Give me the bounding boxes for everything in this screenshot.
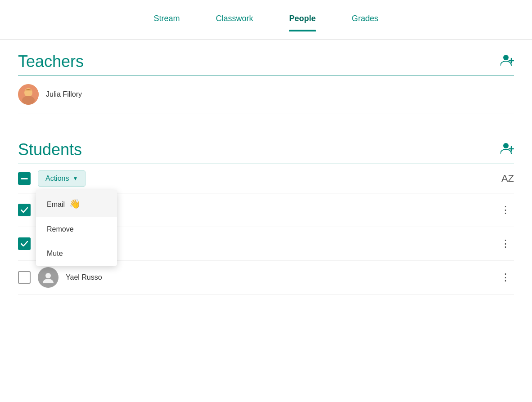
actions-dropdown: Email 👋 Remove Mute xyxy=(36,190,117,266)
add-student-icon xyxy=(500,143,514,157)
teachers-section-header: Teachers xyxy=(18,40,514,76)
nav-grades[interactable]: Grades xyxy=(352,14,379,25)
dropdown-mute[interactable]: Mute xyxy=(36,241,117,266)
student-checkbox-cliff[interactable] xyxy=(18,237,31,250)
student-menu-callam[interactable]: ⋮ xyxy=(497,203,514,217)
student-checkbox-yael[interactable] xyxy=(18,271,31,284)
nav-stream[interactable]: Stream xyxy=(153,14,180,25)
avatar xyxy=(38,267,59,288)
svg-point-13 xyxy=(45,273,51,278)
actions-row: Actions ▼ AZ Email 👋 Remove Mute xyxy=(18,164,514,193)
teacher-row: Julia Fillory xyxy=(18,76,514,113)
avatar xyxy=(18,84,39,105)
student-name-yael: Yael Russo xyxy=(66,273,490,281)
students-section-header: Students xyxy=(18,128,514,164)
hand-cursor-icon: 👋 xyxy=(69,198,81,209)
sort-az-button[interactable]: AZ xyxy=(501,173,514,184)
svg-point-7 xyxy=(503,143,509,148)
actions-button[interactable]: Actions ▼ xyxy=(38,170,86,187)
main-content: Teachers Julia xyxy=(0,40,532,295)
sort-label: AZ xyxy=(501,173,514,184)
dropdown-remove[interactable]: Remove xyxy=(36,217,117,241)
dropdown-email[interactable]: Email 👋 xyxy=(36,190,117,217)
teachers-title: Teachers xyxy=(18,52,84,71)
students-section: Students Actions ▼ xyxy=(18,128,514,295)
svg-point-5 xyxy=(22,96,35,105)
nav-people[interactable]: People xyxy=(289,14,316,25)
nav-classwork[interactable]: Classwork xyxy=(216,14,253,25)
add-student-button[interactable] xyxy=(500,142,514,158)
actions-label: Actions xyxy=(45,174,69,183)
select-all-checkbox[interactable] xyxy=(18,172,31,185)
svg-rect-10 xyxy=(21,178,28,179)
chevron-down-icon: ▼ xyxy=(72,175,78,182)
student-name-cliff: cliff xyxy=(66,240,490,248)
student-checkbox-callam[interactable] xyxy=(18,204,31,216)
svg-point-0 xyxy=(503,55,509,60)
top-navigation: Stream Classwork People Grades xyxy=(0,0,532,40)
student-menu-cliff[interactable]: ⋮ xyxy=(497,237,514,250)
student-row: Yael Russo ⋮ xyxy=(18,261,514,295)
student-menu-yael[interactable]: ⋮ xyxy=(497,271,514,284)
add-teacher-button[interactable] xyxy=(500,54,514,70)
students-title: Students xyxy=(18,140,82,159)
student-name-callam: Callam xyxy=(66,206,490,214)
teacher-name: Julia Fillory xyxy=(46,90,514,98)
add-teacher-icon xyxy=(500,55,514,69)
